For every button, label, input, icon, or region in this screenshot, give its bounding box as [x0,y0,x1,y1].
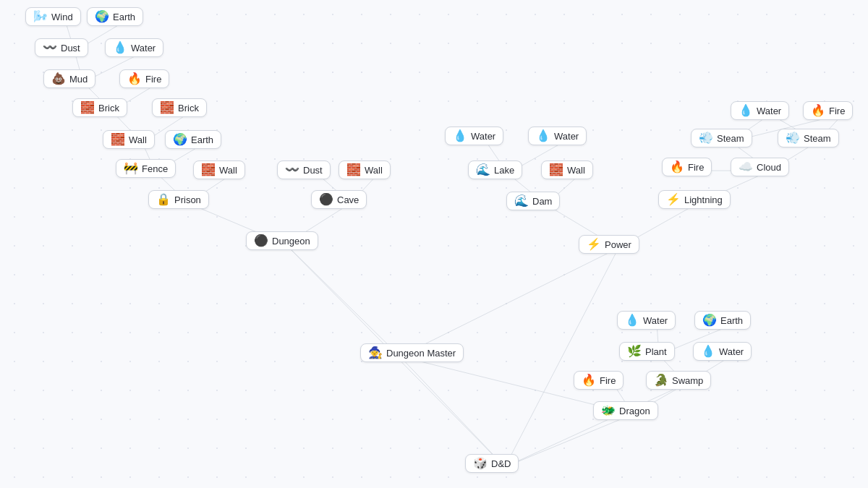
node-label-wall1: Wall [129,134,147,145]
node-icon-fire_r1: 🔥 [811,105,825,116]
node-plant[interactable]: 🌿Plant [619,342,675,361]
node-label-fire_r3: Fire [600,375,616,386]
node-label-dungeon_master: Dungeon Master [386,348,456,359]
node-label-dust1: Dust [61,43,80,53]
node-icon-wall3: 🧱 [346,164,361,176]
node-earth_r[interactable]: 🌍Earth [694,311,751,330]
node-earth1[interactable]: 🌍Earth [87,7,143,26]
node-icon-dnd: 🎲 [473,458,488,469]
node-label-power: Power [605,239,631,250]
node-label-dnd: D&D [491,458,511,469]
node-icon-power: ⚡ [587,239,601,250]
node-icon-dungeon: ⚫ [254,235,268,247]
node-icon-water_r1: 💧 [739,105,753,116]
node-label-steam2: Steam [804,133,831,144]
node-label-water_r1: Water [757,106,781,116]
node-water_r2[interactable]: 💧Water [617,311,676,330]
node-icon-water2: 💧 [453,130,467,142]
node-icon-dragon: 🐲 [601,405,616,416]
node-brick2[interactable]: 🧱Brick [152,98,207,117]
node-label-water_r3: Water [719,346,744,357]
node-icon-fire1: 🔥 [127,73,142,85]
node-label-lightning: Lightning [684,194,723,205]
node-icon-earth1: 🌍 [95,11,109,22]
node-water_r3[interactable]: 💧Water [693,342,752,361]
node-water1[interactable]: 💧Water [105,38,163,57]
node-icon-prison: 🔒 [156,194,171,205]
node-icon-earth_r: 🌍 [702,314,717,326]
node-label-water2: Water [471,131,495,142]
node-prison[interactable]: 🔒Prison [148,190,209,209]
node-swamp[interactable]: 🐊Swamp [646,371,711,390]
node-dam[interactable]: 🌊Dam [506,192,560,210]
node-label-dragon: Dragon [619,406,650,416]
node-water3[interactable]: 💧Water [528,127,587,145]
node-icon-mud: 💩 [51,73,66,85]
node-label-earth_r: Earth [720,315,743,326]
node-icon-lake: 🌊 [476,164,490,176]
node-icon-water1: 💧 [113,42,127,53]
node-cave[interactable]: ⚫Cave [311,190,367,209]
node-dust2[interactable]: 〰️Dust [277,160,331,179]
node-icon-dust2: 〰️ [285,164,299,176]
node-label-fire1: Fire [145,74,161,85]
node-label-cloud: Cloud [757,162,781,173]
node-label-dungeon: Dungeon [272,236,310,247]
node-label-prison: Prison [174,194,201,205]
node-lightning[interactable]: ⚡Lightning [658,190,731,209]
node-label-mud: Mud [69,74,88,85]
node-wall3[interactable]: 🧱Wall [339,160,391,179]
node-fire_r2[interactable]: 🔥Fire [662,158,712,176]
node-cloud[interactable]: ☁️Cloud [731,158,789,176]
node-icon-fence: 🚧 [124,163,138,174]
node-label-cave: Cave [337,194,359,205]
node-dungeon[interactable]: ⚫Dungeon [246,231,318,250]
node-label-earth1: Earth [113,12,135,22]
node-icon-cave: ⚫ [319,194,333,205]
node-dnd[interactable]: 🎲D&D [465,454,519,473]
node-label-dam: Dam [532,196,552,207]
node-label-lake: Lake [494,165,514,176]
node-fire1[interactable]: 🔥Fire [119,69,169,88]
node-wall4[interactable]: 🧱Wall [541,160,593,179]
node-icon-lightning: ⚡ [666,194,681,205]
node-icon-earth2: 🌍 [173,134,187,145]
node-label-brick1: Brick [98,103,119,114]
node-dragon[interactable]: 🐲Dragon [593,401,658,420]
node-label-water1: Water [131,43,156,53]
node-label-fire_r1: Fire [829,106,845,116]
node-wind[interactable]: 🌬️Wind [25,7,81,26]
node-lake[interactable]: 🌊Lake [468,160,522,179]
node-icon-swamp: 🐊 [654,374,668,386]
node-water_r1[interactable]: 💧Water [731,101,789,120]
node-icon-water_r3: 💧 [701,346,715,357]
node-label-dust2: Dust [303,165,323,176]
node-water2[interactable]: 💧Water [445,127,503,145]
node-icon-cloud: ☁️ [739,161,753,173]
node-earth2[interactable]: 🌍Earth [165,130,221,149]
node-wall1[interactable]: 🧱Wall [103,130,155,149]
node-label-steam1: Steam [717,133,744,144]
node-label-fence: Fence [142,163,168,174]
node-label-wall2: Wall [219,165,237,176]
node-label-plant: Plant [645,346,667,357]
node-icon-plant: 🌿 [627,346,642,357]
node-label-wind: Wind [51,12,73,22]
node-icon-dam: 🌊 [514,195,529,207]
node-mud[interactable]: 💩Mud [43,69,95,88]
node-fire_r3[interactable]: 🔥Fire [574,371,624,390]
node-fence[interactable]: 🚧Fence [116,159,176,178]
node-label-fire_r2: Fire [688,162,704,173]
node-brick1[interactable]: 🧱Brick [72,98,127,117]
node-dungeon_master[interactable]: 🧙Dungeon Master [360,343,464,362]
node-steam2[interactable]: 💨Steam [778,129,839,147]
node-fire_r1[interactable]: 🔥Fire [803,101,853,120]
node-power[interactable]: ⚡Power [579,235,639,254]
node-icon-steam2: 💨 [786,132,800,144]
node-icon-dust1: 〰️ [43,42,57,53]
node-wall2[interactable]: 🧱Wall [193,160,245,179]
node-icon-steam1: 💨 [699,132,713,144]
node-steam1[interactable]: 💨Steam [691,129,752,147]
node-icon-wall1: 🧱 [111,134,125,145]
node-dust1[interactable]: 〰️Dust [35,38,88,57]
